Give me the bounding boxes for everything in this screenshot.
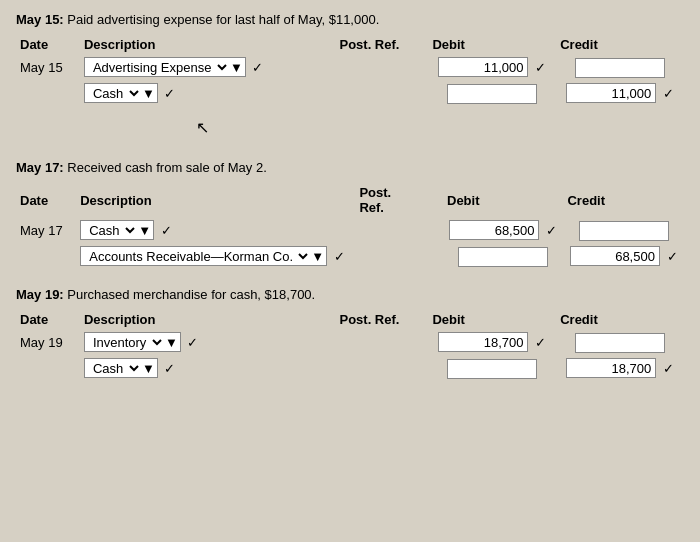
cash-dropdown-may17[interactable]: Cash ▼ <box>80 220 154 240</box>
may15-row1-credit[interactable] <box>556 54 684 80</box>
cash-dropdown-may15[interactable]: Cash ▼ <box>84 83 158 103</box>
debit-input-may19-2[interactable] <box>447 359 537 379</box>
inventory-dropdown[interactable]: Inventory ▼ <box>84 332 181 352</box>
may15-row1-debit[interactable]: 11,000 ✓ <box>428 54 556 80</box>
section-may19: May 19: Purchased merchandise for cash, … <box>16 287 684 381</box>
may17-row2-debit[interactable] <box>443 243 563 269</box>
may19-row2-desc[interactable]: Cash ▼ ✓ <box>80 355 336 381</box>
col-desc-2: Description <box>76 183 355 217</box>
may17-row1-date: May 17 <box>16 217 76 243</box>
may15-row2-credit[interactable]: 11,000 ✓ <box>556 80 684 106</box>
may17-row2-date <box>16 243 76 269</box>
advertising-expense-select[interactable]: Advertising Expense <box>87 59 230 76</box>
table-row: Cash ▼ ✓ 11,000 ✓ <box>16 80 684 106</box>
advertising-expense-dropdown[interactable]: Advertising Expense ▼ <box>84 57 246 77</box>
credit-check-may17-2: ✓ <box>667 249 678 264</box>
may17-row1-desc[interactable]: Cash ▼ ✓ <box>76 217 355 243</box>
cursor-area: ↖ <box>16 112 684 142</box>
may19-row2-credit[interactable]: 18,700 ✓ <box>556 355 684 381</box>
debit-check-may19-1: ✓ <box>535 335 546 350</box>
may17-row1-credit[interactable] <box>563 217 684 243</box>
may19-row2-debit[interactable] <box>428 355 556 381</box>
may15-row2-postref <box>335 80 428 106</box>
section-may15: May 15: Paid advertising expense for las… <box>16 12 684 106</box>
col-desc-3: Description <box>80 310 336 329</box>
table-row: Cash ▼ ✓ 18,700 ✓ <box>16 355 684 381</box>
dropdown-arrow-1: ▼ <box>230 60 243 75</box>
inventory-select[interactable]: Inventory <box>87 334 165 351</box>
table-row: May 19 Inventory ▼ ✓ 18,700 ✓ <box>16 329 684 355</box>
may17-row2-credit[interactable]: 68,500 ✓ <box>563 243 684 269</box>
debit-value-may17-1: 68,500 <box>495 223 535 238</box>
may19-row1-desc[interactable]: Inventory ▼ ✓ <box>80 329 336 355</box>
may19-row2-postref <box>335 355 428 381</box>
col-date-3: Date <box>16 310 80 329</box>
dropdown-arrow-3: ▼ <box>138 223 151 238</box>
credit-input-may15-1[interactable] <box>575 58 665 78</box>
debit-input-may19-1[interactable]: 18,700 <box>438 332 528 352</box>
may15-date-label: May 15: <box>16 12 64 27</box>
may15-header-text: Paid advertising expense for last half o… <box>67 12 379 27</box>
debit-value-may19-1: 18,700 <box>484 335 524 350</box>
col-date-2: Date <box>16 183 76 217</box>
col-credit-3: Credit <box>556 310 684 329</box>
debit-input-may17-2[interactable] <box>458 247 548 267</box>
may17-header-text: Received cash from sale of May 2. <box>67 160 266 175</box>
cash-select-may17[interactable]: Cash <box>83 222 138 239</box>
cash-select-may19[interactable]: Cash <box>87 360 142 377</box>
debit-input-may15-2[interactable] <box>447 84 537 104</box>
credit-input-may15-2[interactable]: 11,000 <box>566 83 656 103</box>
desc-check-1: ✓ <box>252 60 263 75</box>
credit-input-may17-1[interactable] <box>579 221 669 241</box>
may15-row1-postref <box>335 54 428 80</box>
may19-row1-postref <box>335 329 428 355</box>
credit-check-may19-2: ✓ <box>663 361 674 376</box>
may17-row2-postref <box>355 243 443 269</box>
may15-row1-desc[interactable]: Advertising Expense ▼ ✓ <box>80 54 336 80</box>
may15-table: Date Description Post. Ref. Debit Credit… <box>16 35 684 106</box>
may15-row2-desc[interactable]: Cash ▼ ✓ <box>80 80 336 106</box>
dropdown-arrow-4: ▼ <box>311 249 324 264</box>
credit-value-may15-2: 11,000 <box>612 86 652 101</box>
may19-row1-date: May 19 <box>16 329 80 355</box>
desc-check-2: ✓ <box>164 86 175 101</box>
col-debit-2: Debit <box>443 183 563 217</box>
table-row: May 17 Cash ▼ ✓ 68,500 ✓ <box>16 217 684 243</box>
credit-input-may19-2[interactable]: 18,700 <box>566 358 656 378</box>
may19-date-label: May 19: <box>16 287 64 302</box>
cash-dropdown-may19[interactable]: Cash ▼ <box>84 358 158 378</box>
may19-row1-debit[interactable]: 18,700 ✓ <box>428 329 556 355</box>
dropdown-arrow-2: ▼ <box>142 86 155 101</box>
may15-row1-date: May 15 <box>16 54 80 80</box>
may17-header: May 17: Received cash from sale of May 2… <box>16 160 684 175</box>
col-date-1: Date <box>16 35 80 54</box>
col-credit-1: Credit <box>556 35 684 54</box>
may15-row2-debit[interactable] <box>428 80 556 106</box>
cursor-icon: ↖ <box>196 118 209 137</box>
accounts-receivable-select[interactable]: Accounts Receivable—Korman Co. <box>83 248 311 265</box>
accounts-receivable-dropdown[interactable]: Accounts Receivable—Korman Co. ▼ <box>80 246 327 266</box>
may19-header: May 19: Purchased merchandise for cash, … <box>16 287 684 302</box>
desc-check-may17-1: ✓ <box>161 223 172 238</box>
col-postref-2: Post.Ref. <box>355 183 443 217</box>
desc-check-may17-2: ✓ <box>334 249 345 264</box>
may19-table: Date Description Post. Ref. Debit Credit… <box>16 310 684 381</box>
credit-input-may17-2[interactable]: 68,500 <box>570 246 660 266</box>
may17-row2-desc[interactable]: Accounts Receivable—Korman Co. ▼ ✓ <box>76 243 355 269</box>
debit-check-may17-1: ✓ <box>546 223 557 238</box>
col-desc-1: Description <box>80 35 336 54</box>
credit-input-may19-1[interactable] <box>575 333 665 353</box>
debit-input-may15-1[interactable]: 11,000 <box>438 57 528 77</box>
col-debit-1: Debit <box>428 35 556 54</box>
debit-input-may17-1[interactable]: 68,500 <box>449 220 539 240</box>
cash-select-may15[interactable]: Cash <box>87 85 142 102</box>
may17-row1-debit[interactable]: 68,500 ✓ <box>443 217 563 243</box>
col-debit-3: Debit <box>428 310 556 329</box>
may19-row2-date <box>16 355 80 381</box>
table-row: May 15 Advertising Expense ▼ ✓ 11,000 <box>16 54 684 80</box>
may17-row1-postref <box>355 217 443 243</box>
dropdown-arrow-6: ▼ <box>142 361 155 376</box>
col-postref-1: Post. Ref. <box>335 35 428 54</box>
may19-row1-credit[interactable] <box>556 329 684 355</box>
credit-value-may19-2: 18,700 <box>612 361 652 376</box>
